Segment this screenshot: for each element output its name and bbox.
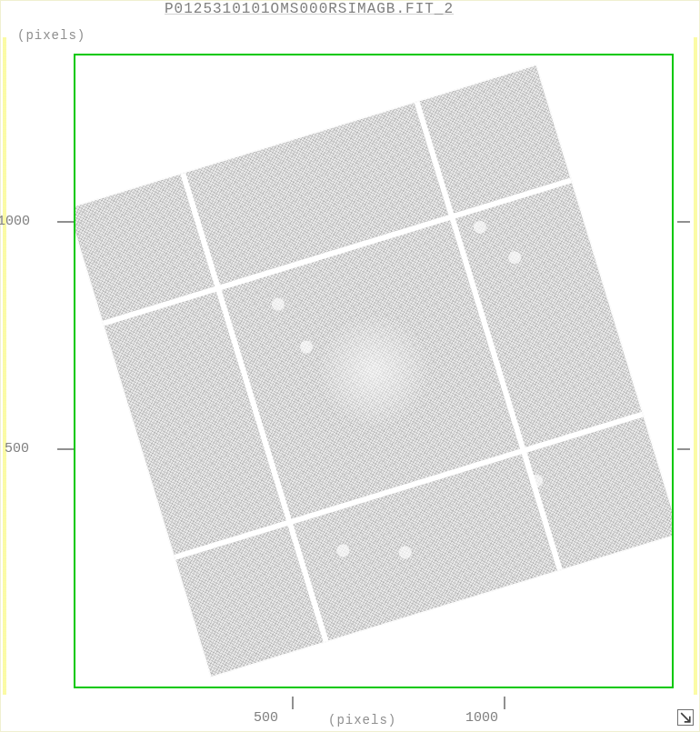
image-viewer-window: P0125310101OMS000RSIMAGB.FIT_2 (pixels) …: [0, 0, 700, 732]
source-dot: [298, 339, 314, 355]
window-title: P0125310101OMS000RSIMAGB.FIT_2: [165, 1, 454, 19]
source-dot: [335, 543, 351, 558]
left-highlight: [3, 37, 6, 695]
chip-gap: [415, 101, 563, 570]
x-tick-500: 500: [254, 710, 278, 726]
x-axis-label: (pixels): [328, 713, 396, 727]
source-dot: [270, 296, 285, 312]
chip-gap: [175, 412, 644, 560]
fits-image[interactable]: [74, 65, 674, 677]
y-tick-1000: 1000: [0, 214, 30, 229]
right-highlight: [694, 37, 697, 695]
x-tick-1000: 1000: [465, 710, 498, 726]
x-tick-mark: [292, 697, 294, 709]
source-dot: [397, 545, 413, 560]
y-axis-label: (pixels): [17, 28, 85, 43]
source-dot: [472, 220, 487, 236]
x-tick-mark: [504, 697, 505, 709]
resize-arrow-icon: [680, 712, 691, 723]
plot-area[interactable]: [74, 54, 674, 688]
resize-handle[interactable]: [677, 709, 694, 726]
y-tick-mark: [57, 448, 74, 450]
chip-gap: [103, 178, 572, 326]
y-tick-mark: [57, 221, 74, 223]
right-tick-mark: [677, 221, 690, 223]
central-source: [305, 303, 442, 439]
source-dot: [506, 250, 522, 266]
y-tick-500: 500: [5, 441, 29, 456]
chip-gap: [181, 173, 329, 642]
right-tick-mark: [677, 448, 690, 450]
